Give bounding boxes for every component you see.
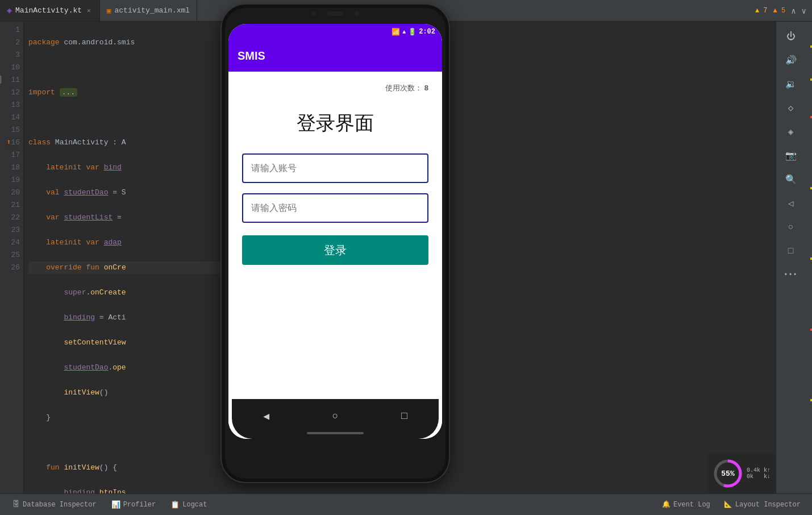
password-input[interactable] bbox=[242, 193, 428, 223]
layout-inspector-icon: 📐 bbox=[724, 500, 732, 509]
perf-percent: 55% bbox=[721, 470, 734, 478]
perf-circle: 55% bbox=[713, 458, 743, 489]
xml-icon: ▣ bbox=[107, 6, 111, 15]
upload-unit: k↑ bbox=[764, 467, 771, 474]
bottom-right-actions: 🔔 Event Log 📐 Layout Inspector bbox=[656, 497, 806, 512]
warning-count[interactable]: ▲ 7 bbox=[755, 7, 768, 15]
profiler-label: Profiler bbox=[123, 501, 156, 509]
usage-count: 使用次数： 8 bbox=[385, 83, 428, 93]
tab-main-activity[interactable]: ◈ MainActivity.kt ✕ bbox=[0, 0, 100, 21]
tab-close-main-activity[interactable]: ✕ bbox=[85, 6, 93, 15]
expand-icon[interactable]: ∧ bbox=[791, 6, 796, 16]
device-panel: ⏻ 🔊 🔉 ◇ ◈ 📷 🔍 ◁ ○ □ ••• bbox=[776, 22, 805, 493]
rotate2-btn[interactable]: ◈ bbox=[781, 122, 801, 142]
download-unit: k↓ bbox=[764, 474, 771, 480]
battery-icon: 🔋 bbox=[408, 28, 417, 36]
phone-mockup: 📶 ▲ 🔋 2:02 SMIS 使用次数： 8 登录界面 登录 bbox=[222, 5, 449, 482]
wifi-icon: 📶 bbox=[392, 28, 400, 36]
phone-screen: 📶 ▲ 🔋 2:02 SMIS 使用次数： 8 登录界面 登录 bbox=[228, 24, 442, 439]
database-inspector-tab[interactable]: 🗄 Database Inspector bbox=[6, 494, 103, 515]
tab-activity-main[interactable]: ▣ activity_main.xml bbox=[100, 0, 197, 21]
profiler-tab[interactable]: 📊 Profiler bbox=[105, 494, 163, 515]
database-inspector-label: Database Inspector bbox=[23, 501, 97, 509]
error-count[interactable]: ▲ 5 bbox=[773, 7, 786, 15]
signal-icon: ▲ bbox=[402, 29, 406, 35]
warning-bar: ▲ 7 ▲ 5 ∧ ∨ bbox=[749, 0, 812, 22]
kotlin-icon: ◈ bbox=[7, 5, 12, 16]
tab-label-activity-main: activity_main.xml bbox=[115, 6, 190, 15]
profiler-icon: 📊 bbox=[111, 500, 120, 509]
phone-notch bbox=[301, 8, 369, 23]
tab-label-main-activity: MainActivity.kt bbox=[15, 6, 82, 15]
volume-up-btn[interactable]: 🔊 bbox=[781, 50, 801, 70]
account-input[interactable] bbox=[242, 153, 428, 183]
zoom-in-btn[interactable]: 🔍 bbox=[781, 169, 801, 190]
performance-widget: 55% 0.4k k↑ 0k k↓ bbox=[707, 454, 776, 493]
back-nav-btn[interactable]: ◁ bbox=[781, 193, 801, 214]
upload-stat: 0.4k bbox=[747, 467, 760, 474]
login-title: 登录界面 bbox=[297, 110, 374, 136]
screenshot-btn[interactable]: 📷 bbox=[781, 146, 801, 166]
bottom-toolbar: 🗄 Database Inspector 📊 Profiler 📋 Logcat… bbox=[0, 493, 812, 515]
status-icons: 📶 ▲ 🔋 2:02 bbox=[392, 28, 435, 36]
logcat-icon: 📋 bbox=[170, 500, 180, 509]
login-screen: 使用次数： 8 登录界面 登录 bbox=[228, 72, 442, 439]
home-nav-btn[interactable]: ○ bbox=[781, 217, 801, 238]
home-button[interactable]: ○ bbox=[327, 408, 344, 425]
square-nav-btn[interactable]: □ bbox=[781, 241, 801, 261]
phone-body: 📶 ▲ 🔋 2:02 SMIS 使用次数： 8 登录界面 登录 bbox=[222, 5, 449, 482]
event-log-label: Event Log bbox=[673, 501, 710, 509]
layout-inspector-btn[interactable]: 📐 Layout Inspector bbox=[718, 497, 806, 512]
database-icon: 🗄 bbox=[13, 500, 20, 509]
volume-down-btn[interactable]: 🔉 bbox=[781, 74, 801, 94]
status-time: 2:02 bbox=[419, 28, 435, 36]
event-log-icon: 🔔 bbox=[662, 500, 671, 509]
collapse-icon[interactable]: ∨ bbox=[802, 6, 806, 16]
stripe-bar bbox=[805, 22, 812, 493]
perf-stats: 0.4k k↑ 0k k↓ bbox=[747, 467, 771, 480]
line-numbers: 1 2 3 10 11 ⬡ 12 13 14 15 ⬆16 17 18 19 2… bbox=[0, 22, 24, 493]
download-stat: 0k bbox=[747, 474, 753, 480]
login-button[interactable]: 登录 bbox=[242, 235, 428, 265]
rotate-btn[interactable]: ◇ bbox=[781, 98, 801, 118]
recents-button[interactable]: □ bbox=[395, 408, 413, 425]
layout-inspector-label: Layout Inspector bbox=[735, 501, 801, 509]
event-log-btn[interactable]: 🔔 Event Log bbox=[656, 497, 716, 512]
logcat-label: Logcat bbox=[182, 501, 207, 509]
more-options-btn[interactable]: ••• bbox=[781, 265, 801, 285]
logcat-tab[interactable]: 📋 Logcat bbox=[164, 494, 214, 515]
power-btn[interactable]: ⏻ bbox=[781, 26, 801, 47]
gesture-bar bbox=[307, 432, 364, 434]
app-bar-title: SMIS bbox=[238, 49, 265, 63]
back-button[interactable]: ◀ bbox=[258, 408, 275, 425]
status-bar: 📶 ▲ 🔋 2:02 bbox=[228, 24, 442, 40]
app-bar: SMIS bbox=[228, 40, 442, 72]
